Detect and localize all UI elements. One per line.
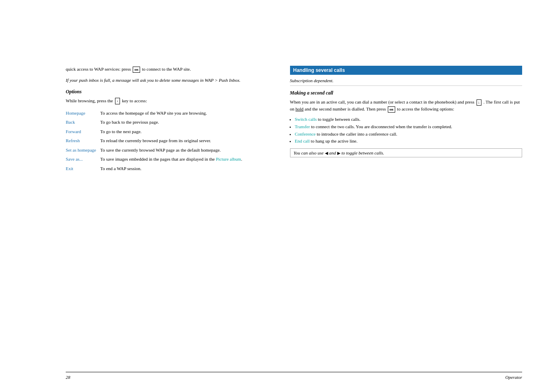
bullet-link: Conference xyxy=(295,131,316,136)
option-label: Homepage xyxy=(66,108,100,118)
options-table: HomepageTo access the homepage of the WA… xyxy=(66,108,265,173)
section-title-text: Handling several calls xyxy=(293,67,345,73)
page-number: 28 xyxy=(66,375,70,380)
option-desc: To reload the currently browsed page fro… xyxy=(100,136,265,145)
quick-access-before: quick access to WAP services: press xyxy=(66,67,131,71)
option-desc: To access the homepage of the WAP site y… xyxy=(100,108,265,118)
bullet-link: End call xyxy=(295,138,310,143)
browse-key-symbol: ↓ xyxy=(115,98,120,104)
list-item: Transfer to connect the two calls. You a… xyxy=(295,123,523,131)
list-item: Switch calls to toggle between calls. xyxy=(295,116,523,123)
on-button-second: on xyxy=(388,106,395,113)
browse-text-before: While browsing, press the xyxy=(66,98,113,103)
on-button-quick: on xyxy=(133,67,140,73)
options-heading: Options xyxy=(66,89,265,95)
italic-note-text-right: You can also use xyxy=(294,150,324,155)
bullet-link: Switch calls xyxy=(295,117,317,122)
bullet-link: Transfer xyxy=(295,124,310,129)
list-item: Conference to introduce the caller into … xyxy=(295,131,523,138)
option-label: Save as... xyxy=(66,154,100,164)
italic-box-note: You can also use ◀ and ▶ to toggle betwe… xyxy=(290,148,523,157)
body-text-3: to access the following options: xyxy=(397,106,454,111)
left-column: quick access to WAP services: press on t… xyxy=(0,0,278,392)
option-desc: To go back to the previous page. xyxy=(100,118,265,127)
footer-title: Operator xyxy=(505,375,522,380)
key-box-down: ↓ xyxy=(477,99,482,106)
option-desc: To save the currently browsed WAP page a… xyxy=(100,145,265,155)
browse-text-after: key to access: xyxy=(122,98,147,103)
subscription-note-text: Subscription dependent. xyxy=(290,78,334,83)
option-label: Refresh xyxy=(66,136,100,145)
browse-key-text: While browsing, press the ↓ key to acces… xyxy=(66,97,265,104)
bullet-list: Switch calls to toggle between calls.Tra… xyxy=(295,116,523,145)
italic-note-push: If your push inbox is full, a message wi… xyxy=(66,77,265,84)
right-column: Handling several calls Subscription depe… xyxy=(278,0,555,392)
italic-note-text: If your push inbox is full, a message wi… xyxy=(66,78,240,83)
option-desc: To go to the next page. xyxy=(100,127,265,136)
italic-note-and: and xyxy=(329,150,337,155)
making-second-call-heading: Making a second call xyxy=(290,90,523,96)
picture-album-link[interactable]: Picture album xyxy=(216,157,241,161)
arrow-right-icon: ▶ xyxy=(337,151,341,155)
footer: 28 Operator xyxy=(66,372,522,380)
subscription-note: Subscription dependent. xyxy=(290,78,523,86)
body-text-intro: When you are in an active call, you can … xyxy=(290,99,523,113)
option-label: Forward xyxy=(66,127,100,136)
quick-access-after: to connect to the WAP site. xyxy=(142,67,191,71)
section-title-bar: Handling several calls xyxy=(290,66,523,75)
italic-note-end: to toggle between calls. xyxy=(341,150,384,155)
quick-access-text: quick access to WAP services: press on t… xyxy=(66,66,265,73)
option-label: Back xyxy=(66,118,100,127)
arrow-left-icon: ◀ xyxy=(325,151,328,155)
option-label: Exit xyxy=(66,164,100,173)
option-label: Set as homepage xyxy=(66,145,100,155)
list-item: End call to hang up the active line. xyxy=(295,138,523,145)
body-text-1: When you are in an active call, you can … xyxy=(290,99,474,104)
sub-heading-text: Making a second call xyxy=(290,90,334,96)
option-desc: To end a WAP session. xyxy=(100,164,265,173)
option-desc: To save images embedded in the pages tha… xyxy=(100,154,265,164)
